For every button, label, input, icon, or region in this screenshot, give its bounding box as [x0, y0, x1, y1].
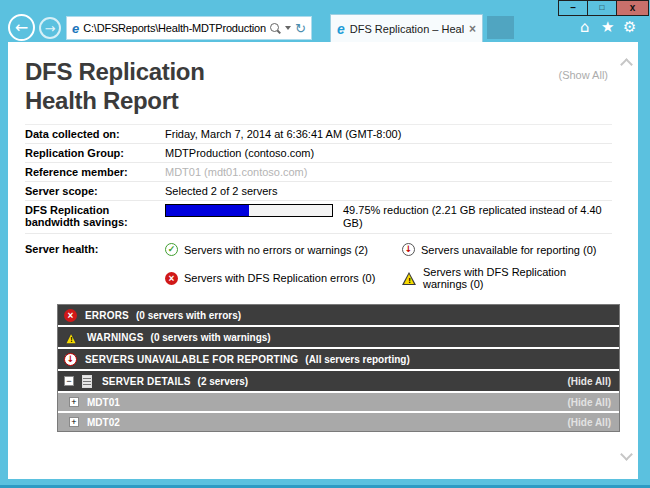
health-item-errors: × Servers with DFS Replication errors (0…	[165, 266, 402, 290]
info-row-data-collected: Data collected on: Friday, March 7, 2014…	[25, 125, 612, 144]
section-title: SERVER DETAILS	[102, 376, 191, 387]
page-title: DFS Replication Health Report	[25, 57, 612, 115]
section-warnings[interactable]: ! WARNINGS (0 servers with warnings)	[58, 327, 619, 347]
search-icon[interactable]	[270, 23, 281, 34]
check-circle-icon: ✓	[165, 243, 178, 256]
minimize-button[interactable]: –	[558, 0, 588, 16]
scroll-down-icon[interactable]	[620, 448, 633, 461]
section-servers-unavailable[interactable]: ↓ SERVERS UNAVAILABLE FOR REPORTING (All…	[58, 349, 619, 369]
section-detail: (2 servers)	[198, 376, 249, 387]
health-item-text: Servers with DFS Replication warnings (0…	[423, 266, 612, 290]
server-row-mdt02[interactable]: + MDT02 (Hide All)	[58, 413, 619, 431]
info-row-replication-group: Replication Group: MDTProduction (contos…	[25, 144, 612, 163]
page-favicon-icon: e	[72, 21, 79, 36]
server-row-mdt01[interactable]: + MDT01 (Hide All)	[58, 393, 619, 411]
info-label: Server health:	[25, 243, 165, 290]
info-row-reference-member: Reference member: MDT01 (mdt01.contoso.c…	[25, 163, 612, 182]
warning-triangle-icon: !	[402, 272, 417, 285]
maximize-button[interactable]: □	[587, 0, 617, 16]
info-value: MDT01 (mdt01.contoso.com)	[165, 166, 307, 178]
health-item-no-errors: ✓ Servers with no errors or warnings (2)	[165, 243, 402, 256]
close-button[interactable]: x	[616, 0, 649, 16]
server-name: MDT02	[87, 417, 120, 428]
health-item-warnings: ! Servers with DFS Replication warnings …	[402, 266, 612, 290]
info-value: MDTProduction (contoso.com)	[165, 147, 314, 159]
server-health-row: Server health: ✓ Servers with no errors …	[25, 234, 612, 300]
section-detail: (All servers reporting)	[305, 354, 409, 365]
forward-icon: →	[45, 21, 56, 36]
ie-logo-icon: e	[337, 21, 345, 37]
chevron-down-icon[interactable]	[285, 26, 291, 30]
maximize-icon: □	[600, 4, 605, 12]
page-content: DFS Replication Health Report (Show All)…	[8, 42, 638, 479]
tab-close-icon[interactable]: ×	[469, 22, 476, 36]
info-label: DFS Replication bandwidth savings:	[25, 204, 165, 228]
expand-box-icon[interactable]: +	[69, 397, 79, 407]
close-icon: x	[630, 3, 636, 13]
info-row-bandwidth-savings: DFS Replication bandwidth savings: 49.75…	[25, 201, 612, 234]
collapse-box-icon[interactable]: −	[64, 376, 74, 386]
health-item-text: Servers with no errors or warnings (2)	[184, 244, 368, 256]
favorites-star-icon[interactable]: ★	[601, 20, 614, 35]
report-sections: × ERRORS (0 servers with errors) ! WARNI…	[57, 304, 620, 432]
new-tab-button[interactable]	[487, 16, 514, 39]
health-item-unavailable: ↓ Servers unavailable for reporting (0)	[402, 243, 612, 256]
info-row-server-scope: Server scope: Selected 2 of 2 servers	[25, 182, 612, 201]
address-bar[interactable]: e C:\DFSReports\Health-MDTProduction-07M…	[66, 16, 312, 40]
browser-tab[interactable]: e DFS Replication – Health Re... ×	[330, 14, 483, 42]
server-icon	[82, 375, 92, 388]
minimize-icon: –	[570, 3, 576, 13]
info-label: Reference member:	[25, 166, 165, 178]
hide-all-link[interactable]: (Hide All)	[567, 376, 611, 387]
section-detail: (0 servers with errors)	[136, 310, 241, 321]
back-icon: ←	[15, 18, 28, 37]
bandwidth-summary: 49.75% reduction (2.21 GB replicated ins…	[343, 204, 612, 230]
section-title: SERVERS UNAVAILABLE FOR REPORTING	[85, 354, 298, 365]
hide-all-link[interactable]: (Hide All)	[567, 417, 611, 428]
expand-box-icon[interactable]: +	[69, 417, 79, 427]
refresh-icon[interactable]: ↻	[295, 22, 306, 35]
bandwidth-bar-fill	[166, 205, 249, 216]
section-title: ERRORS	[85, 310, 129, 321]
section-errors[interactable]: × ERRORS (0 servers with errors)	[58, 305, 619, 325]
error-circle-icon: ×	[64, 309, 77, 322]
tools-gear-icon[interactable]: ⚙	[623, 20, 636, 35]
section-title: WARNINGS	[87, 332, 144, 343]
down-arrow-circle-icon: ↓	[402, 243, 415, 256]
forward-button[interactable]: →	[39, 17, 61, 39]
section-detail: (0 servers with warnings)	[151, 332, 271, 343]
info-label: Replication Group:	[25, 147, 165, 159]
down-arrow-circle-icon: ↓	[64, 353, 77, 366]
show-all-link[interactable]: (Show All)	[558, 69, 608, 81]
home-icon[interactable]: ⌂	[580, 20, 590, 35]
hide-all-link[interactable]: (Hide All)	[567, 397, 611, 408]
tab-title: DFS Replication – Health Re...	[350, 23, 464, 35]
bandwidth-progress-bar	[165, 204, 333, 217]
warning-triangle-icon: !	[65, 331, 79, 343]
health-item-text: Servers with DFS Replication errors (0)	[184, 272, 375, 284]
address-input[interactable]: C:\DFSReports\Health-MDTProduction-07Ma	[83, 22, 266, 34]
health-item-text: Servers unavailable for reporting (0)	[421, 244, 596, 256]
info-label: Data collected on:	[25, 128, 165, 140]
server-name: MDT01	[87, 397, 120, 408]
section-server-details[interactable]: − SERVER DETAILS (2 servers) (Hide All)	[58, 371, 619, 391]
info-value: Selected 2 of 2 servers	[165, 185, 278, 197]
info-label: Server scope:	[25, 185, 165, 197]
back-button[interactable]: ←	[8, 14, 35, 41]
error-circle-icon: ×	[165, 272, 178, 285]
info-value: Friday, March 7, 2014 at 6:36:41 AM (GMT…	[165, 128, 401, 140]
